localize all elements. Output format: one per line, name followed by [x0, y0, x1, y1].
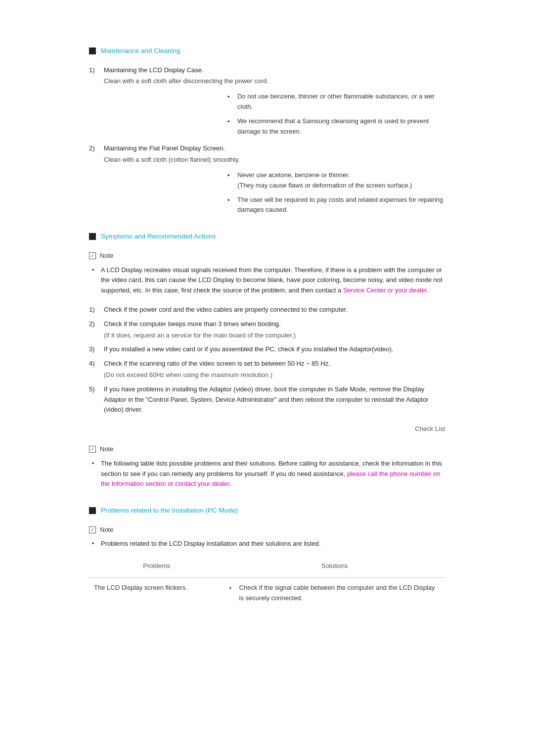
problems-table: Problems Solutions The LCD Display scree…	[89, 559, 445, 612]
phone-number-link[interactable]: please call the phone number on the Info…	[101, 470, 441, 488]
installation-note-label: Note	[100, 525, 113, 535]
symptoms-note-text: A LCD Display recreates visual signals r…	[101, 265, 445, 296]
solution-bullet-icon-1: •	[229, 583, 237, 594]
table-row: The LCD Display screen flickers. • Check…	[89, 578, 445, 613]
checklist-content-1: Check if the power cord and the video ca…	[104, 305, 445, 315]
symptoms-square-icon	[89, 233, 96, 240]
checklist-content-3: If you installed a new video card or if …	[104, 344, 445, 355]
checklist-content-2: Check if the computer beeps more than 3 …	[104, 319, 445, 341]
maintenance-num-2: 2)	[89, 143, 104, 165]
maintenance-bullets-1: • Do not use benzene, thinner or other f…	[227, 92, 445, 137]
note-checkbox-icon	[89, 252, 96, 259]
installation-note-bullet: • Problems related to the LCD Display in…	[92, 539, 445, 549]
table-col2-header: Solutions	[224, 559, 445, 577]
checklist-item-5: 5) If you have problems in installing th…	[89, 384, 445, 415]
checklist-sub-4: (Do not exceed 60Hz when using the maxim…	[104, 370, 445, 380]
symptoms-header: Symptoms and Recommended Actions	[89, 231, 445, 242]
maintenance-item2-sub: Clean with a soft cloth (cotton flannel)…	[104, 155, 445, 165]
maintenance-item1-title: Maintaining the LCD Display Case.	[104, 65, 445, 76]
installation-square-icon	[89, 507, 96, 514]
maintenance-bullet-2-1: • Never use acetone, benzene or thinner.…	[227, 170, 445, 191]
table-solution-1: • Check if the signal cable between the …	[224, 578, 445, 613]
symptoms-section: Symptoms and Recommended Actions Note • …	[89, 231, 445, 489]
checklist-num-1: 1)	[89, 305, 104, 315]
solution-bullet-1: • Check if the signal cable between the …	[229, 583, 440, 604]
checklist-item-1: 1) Check if the power cord and the video…	[89, 305, 445, 315]
installation-section: Problems related to the Installation (PC…	[89, 505, 445, 613]
checklist-content-5: If you have problems in installing the A…	[104, 384, 445, 415]
checklist-item-2: 2) Check if the computer beeps more than…	[89, 319, 445, 341]
symptoms-note2-label: Note	[100, 444, 113, 455]
maintenance-bullet-2-1-text: Never use acetone, benzene or thinner.(T…	[237, 170, 412, 191]
installation-title: Problems related to the Installation (PC…	[101, 505, 238, 516]
checklist-num-4: 4)	[89, 359, 104, 380]
maintenance-bullet-1-1: • Do not use benzene, thinner or other f…	[227, 92, 445, 112]
bullet-icon-2-2: •	[227, 195, 235, 206]
maintenance-item-2: 2) Maintaining the Flat Panel Display Sc…	[89, 143, 445, 165]
service-center-link[interactable]: Service Center or your dealer	[343, 286, 427, 294]
bullet-icon-1-2: •	[227, 117, 235, 127]
solution-text-1: Check if the signal cable between the co…	[239, 583, 440, 604]
checklist-num-5: 5)	[89, 384, 104, 415]
installation-bullet-dot-icon: •	[92, 539, 99, 549]
checklist-item-4: 4) Check if the scanning ratio of the vi…	[89, 359, 445, 380]
symptoms-note2-text: The following table lists possible probl…	[101, 459, 445, 489]
bullet-icon-1-1: •	[227, 92, 235, 102]
maintenance-title: Maintenance and Cleaning	[101, 46, 180, 56]
checklist-container: 1) Check if the power cord and the video…	[89, 305, 445, 415]
maintenance-bullet-1-2-text: We recommend that a Samsung cleansing ag…	[237, 116, 445, 137]
note-bullet-dot-icon: •	[92, 265, 99, 276]
maintenance-bullet-1-1-text: Do not use benzene, thinner or other fla…	[237, 92, 445, 112]
maintenance-item1-sub: Clean with a soft cloth after disconnect…	[104, 76, 445, 87]
installation-note-text: Problems related to the LCD Display inst…	[101, 539, 320, 549]
installation-note-box: Note	[89, 525, 445, 535]
symptoms-title: Symptoms and Recommended Actions	[101, 231, 216, 242]
maintenance-content-1: Maintaining the LCD Display Case. Clean …	[104, 65, 445, 87]
maintenance-content-2: Maintaining the Flat Panel Display Scree…	[104, 143, 445, 165]
symptoms-note-paragraph-wrap: • A LCD Display recreates visual signals…	[92, 265, 445, 296]
maintenance-item-1: 1) Maintaining the LCD Display Case. Cle…	[89, 65, 445, 87]
symptoms-note2-paragraph-wrap: • The following table lists possible pro…	[92, 459, 445, 489]
maintenance-bullet-1-2: • We recommend that a Samsung cleansing …	[227, 116, 445, 137]
bullet-icon-2-1: •	[227, 171, 235, 181]
maintenance-num-1: 1)	[89, 65, 104, 87]
table-col1-header: Problems	[89, 559, 224, 577]
maintenance-bullet-2-2-text: The user will be required to pay costs a…	[237, 195, 445, 216]
note2-bullet-dot-icon: •	[92, 459, 99, 469]
symptoms-note2-box: Note	[89, 444, 445, 455]
maintenance-square-icon	[89, 47, 96, 54]
check-list-label: Check List	[89, 424, 445, 434]
checklist-content-4: Check if the scanning ratio of the video…	[104, 359, 445, 380]
checklist-num-2: 2)	[89, 319, 104, 341]
maintenance-bullet-2-2: • The user will be required to pay costs…	[227, 195, 445, 216]
checklist-sub-2: (If it does, request an a service for th…	[104, 331, 445, 341]
checklist-num-3: 3)	[89, 344, 104, 355]
symptoms-note-box: Note	[89, 251, 445, 261]
checklist-item-3: 3) If you installed a new video card or …	[89, 344, 445, 355]
table-problem-1: The LCD Display screen flickers.	[89, 578, 224, 613]
note2-checkbox-icon	[89, 446, 96, 453]
maintenance-header: Maintenance and Cleaning	[89, 46, 445, 56]
installation-header: Problems related to the Installation (PC…	[89, 505, 445, 516]
maintenance-bullets-2: • Never use acetone, benzene or thinner.…	[227, 170, 445, 215]
installation-note-checkbox-icon	[89, 526, 96, 533]
symptoms-note-label: Note	[100, 251, 113, 261]
maintenance-item2-title: Maintaining the Flat Panel Display Scree…	[104, 143, 445, 154]
